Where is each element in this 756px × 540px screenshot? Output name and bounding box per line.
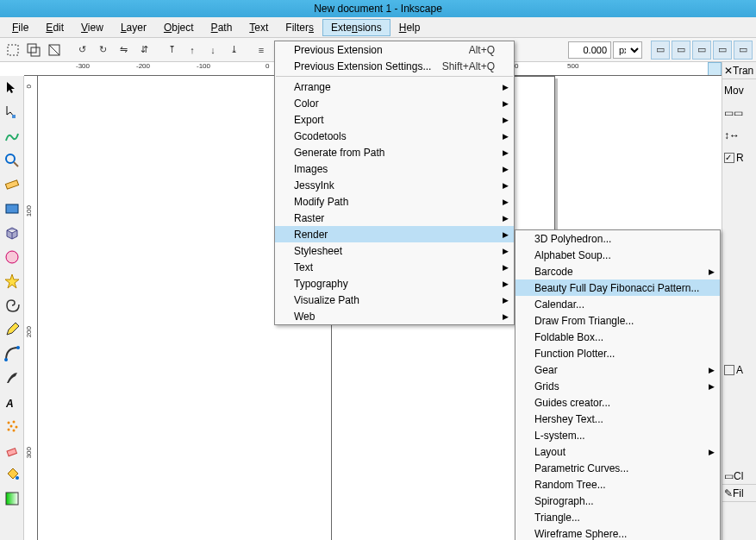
tool-snap1-icon[interactable]: ▭ — [651, 41, 670, 60]
menuitem-grids[interactable]: Grids▶ — [515, 378, 720, 394]
tool-eraser-icon[interactable] — [2, 440, 22, 461]
panel-apply-checkbox[interactable]: A — [722, 359, 756, 381]
tool-align-icon[interactable]: ≡ — [252, 41, 271, 60]
tool-lower-icon[interactable]: ↓ — [203, 41, 222, 60]
tool-box3d-icon[interactable] — [2, 223, 22, 243]
panel-tab-fill[interactable]: ✎Fil — [722, 485, 756, 502]
tool-pencil-icon[interactable] — [2, 319, 22, 340]
tool-select-all-icon[interactable] — [3, 41, 22, 60]
menuitem-text[interactable]: Text▶ — [275, 259, 514, 275]
menu-file[interactable]: File — [3, 19, 37, 36]
tool-rotate-cw-icon[interactable]: ↻ — [93, 41, 112, 60]
tool-snap3-icon[interactable]: ▭ — [692, 41, 711, 60]
menuitem-triangle[interactable]: Triangle... — [515, 509, 720, 525]
menu-layer[interactable]: Layer — [112, 19, 155, 36]
tool-snap2-icon[interactable]: ▭ — [672, 41, 690, 60]
svg-point-15 — [13, 421, 16, 424]
tool-select-layers-icon[interactable] — [24, 41, 43, 60]
tool-calligraphy-icon[interactable] — [2, 367, 22, 388]
tool-gradient-icon[interactable] — [2, 488, 22, 509]
tool-deselect-icon[interactable] — [45, 41, 64, 60]
menuitem-draw-from-triangle[interactable]: Draw From Triangle... — [515, 312, 720, 329]
menu-view[interactable]: View — [72, 19, 112, 36]
svg-point-10 — [6, 251, 18, 263]
tool-tweak-icon[interactable] — [2, 126, 22, 147]
menuitem-hershey-text[interactable]: Hershey Text... — [515, 411, 720, 427]
menu-text[interactable]: Text — [241, 19, 277, 36]
menuitem-previous-extension-settings[interactable]: Previous Extension Settings... Shift+Alt… — [275, 58, 514, 74]
menuitem-barcode[interactable]: Barcode▶ — [515, 263, 720, 279]
menuitem-images[interactable]: Images▶ — [275, 160, 514, 177]
menu-edit[interactable]: Edit — [37, 19, 72, 36]
menuitem-layout[interactable]: Layout▶ — [515, 443, 720, 460]
menuitem-stylesheet[interactable]: Stylesheet▶ — [275, 242, 514, 259]
tool-rotate-ccw-icon[interactable]: ↺ — [72, 41, 91, 60]
menuitem-spirograph[interactable]: Spirograph... — [515, 493, 720, 509]
panel-tab-clear[interactable]: ▭Cl — [722, 468, 756, 485]
tool-node-icon[interactable] — [2, 102, 22, 122]
panel-tab-transform[interactable]: ✕Tran — [722, 62, 756, 79]
menu-filters[interactable]: Filters — [277, 19, 322, 36]
menu-extensions[interactable]: Extensions — [322, 19, 390, 36]
menuitem-raster[interactable]: Raster▶ — [275, 210, 514, 226]
tool-bezier-icon[interactable] — [2, 343, 22, 364]
menuitem-calendar[interactable]: Calendar... — [515, 296, 720, 312]
menuitem-jessyink[interactable]: JessyInk▶ — [275, 177, 514, 193]
tool-raise-top-icon[interactable]: ⤒ — [162, 41, 181, 60]
menu-object[interactable]: Object — [155, 19, 203, 36]
menuitem-fibonacci-pattern[interactable]: Beauty Full Day Fibonacci Pattern... — [515, 279, 720, 296]
menuitem-color[interactable]: Color▶ — [275, 95, 514, 111]
svg-point-19 — [13, 430, 16, 432]
tool-text-icon[interactable]: A — [2, 392, 22, 412]
tool-snap5-icon[interactable]: ▭ — [734, 41, 753, 60]
tool-flip-h-icon[interactable]: ⇋ — [114, 41, 133, 60]
menuitem-previous-extension[interactable]: Previous Extension Alt+Q — [275, 41, 514, 58]
menuitem-visualize-path[interactable]: Visualize Path▶ — [275, 292, 514, 308]
menuitem-l-system[interactable]: L-system... — [515, 427, 720, 443]
menuitem-modify-path[interactable]: Modify Path▶ — [275, 193, 514, 210]
menuitem-gear[interactable]: Gear▶ — [515, 361, 720, 378]
menu-help[interactable]: Help — [390, 19, 429, 36]
svg-rect-2 — [31, 47, 40, 56]
svg-text:A: A — [5, 398, 14, 410]
tool-raise-icon[interactable]: ↑ — [183, 41, 202, 60]
ruler-corner-button[interactable] — [708, 62, 722, 76]
svg-line-4 — [49, 45, 59, 55]
svg-rect-22 — [6, 493, 18, 505]
menuitem-export[interactable]: Export▶ — [275, 111, 514, 128]
menuitem-guides-creator[interactable]: Guides creator... — [515, 394, 720, 411]
menu-path[interactable]: Path — [203, 19, 241, 36]
menuitem-random-tree[interactable]: Random Tree... — [515, 476, 720, 493]
menuitem-3d-polyhedron[interactable]: 3D Polyhedron... — [515, 230, 720, 247]
menuitem-typography[interactable]: Typography▶ — [275, 275, 514, 292]
tool-circle-icon[interactable] — [2, 247, 22, 267]
menuitem-render[interactable]: Render▶ — [275, 226, 514, 242]
toolbar-unit-select[interactable]: px — [613, 41, 642, 59]
svg-point-14 — [8, 422, 10, 424]
tool-rect-icon[interactable] — [2, 198, 22, 219]
menuitem-arrange[interactable]: Arrange▶ — [275, 78, 514, 95]
panel-relative-checkbox[interactable]: R — [722, 147, 756, 169]
menuitem-generate-from-path[interactable]: Generate from Path▶ — [275, 144, 514, 160]
menuitem-gcodetools[interactable]: Gcodetools▶ — [275, 128, 514, 144]
tool-spray-icon[interactable] — [2, 416, 22, 436]
dropdown-extensions: Previous Extension Alt+Q Previous Extens… — [274, 41, 515, 325]
svg-rect-1 — [28, 44, 36, 53]
svg-point-11 — [4, 358, 8, 361]
menuitem-function-plotter[interactable]: Function Plotter... — [515, 345, 720, 361]
menuitem-foldable-box[interactable]: Foldable Box... — [515, 329, 720, 345]
tool-spiral-icon[interactable] — [2, 295, 22, 316]
menuitem-alphabet-soup[interactable]: Alphabet Soup... — [515, 247, 720, 263]
menuitem-web[interactable]: Web▶ — [275, 308, 514, 324]
tool-measure-icon[interactable] — [2, 174, 22, 195]
tool-flip-v-icon[interactable]: ⇵ — [134, 41, 153, 60]
menuitem-parametric-curves[interactable]: Parametric Curves... — [515, 460, 720, 476]
toolbar-number-input[interactable] — [568, 41, 611, 59]
tool-snap4-icon[interactable]: ▭ — [713, 41, 732, 60]
tool-lower-bottom-icon[interactable]: ⤓ — [224, 41, 243, 60]
tool-bucket-icon[interactable] — [2, 464, 22, 485]
tool-zoom-icon[interactable] — [2, 150, 22, 171]
tool-star-icon[interactable] — [2, 271, 22, 292]
menuitem-wireframe-sphere[interactable]: Wireframe Sphere... — [515, 525, 720, 540]
tool-pointer-icon[interactable] — [2, 78, 22, 98]
